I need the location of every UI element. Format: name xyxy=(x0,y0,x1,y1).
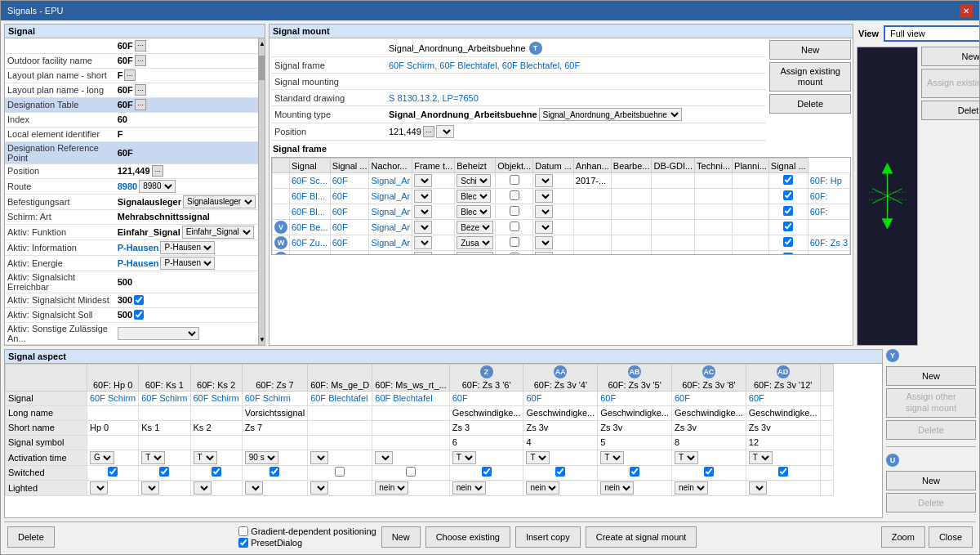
mount-new-button[interactable]: New xyxy=(769,40,851,60)
frame-nachor-1[interactable] xyxy=(414,174,432,187)
act-time-4[interactable]: 90 s xyxy=(245,451,278,464)
frame-obj-3[interactable] xyxy=(535,205,553,218)
mount-view-delete-button[interactable]: Delete xyxy=(921,101,979,120)
frame-nachor-5[interactable] xyxy=(414,236,432,249)
preset-checkbox[interactable] xyxy=(238,538,248,548)
frame-planni-5[interactable] xyxy=(783,237,793,247)
switched-8[interactable] xyxy=(555,467,565,477)
frame-check-2[interactable] xyxy=(510,190,519,200)
frame-planni-1[interactable] xyxy=(783,175,793,185)
frame-obj-1[interactable] xyxy=(535,174,553,187)
befest-dropdown[interactable]: Signalausleger xyxy=(183,195,256,208)
mount-view-assign-button[interactable]: Assign existing mount xyxy=(921,69,979,98)
mindest-checkbox[interactable] xyxy=(134,295,144,305)
mounting-type-dropdown[interactable]: Signal_Anordnung_Arbeitsbuehne xyxy=(539,108,682,121)
mount-position-dropdown[interactable] xyxy=(436,125,454,138)
insert-copy-button[interactable]: Insert copy xyxy=(515,526,581,548)
lighted-9[interactable]: nein xyxy=(600,481,634,495)
mount-delete-button[interactable]: Delete xyxy=(769,94,851,114)
mount-view-new-button[interactable]: New xyxy=(921,47,979,66)
act-time-5[interactable] xyxy=(310,451,328,464)
frame-planni-4[interactable] xyxy=(783,222,793,231)
frame-check-3[interactable] xyxy=(510,206,519,216)
soll-checkbox[interactable] xyxy=(134,310,144,320)
frame-type-1[interactable]: Schi xyxy=(457,174,491,187)
aspect-table-wrap[interactable]: 60F: Hp 0 60F: Ks 1 60F: Ks 2 60F: Zs 7 … xyxy=(5,364,882,518)
frame-type-6[interactable]: Zusa xyxy=(457,252,493,255)
new-aspect-button[interactable]: New xyxy=(381,526,421,548)
frame-obj-4[interactable] xyxy=(535,221,553,234)
gradient-label[interactable]: Gradient-dependent positioning xyxy=(238,526,376,536)
act-time-10[interactable]: T xyxy=(675,451,698,464)
frame-check-1[interactable] xyxy=(510,175,519,185)
frame-planni-3[interactable] xyxy=(783,206,793,216)
lighted-6[interactable]: nein xyxy=(375,481,408,495)
frame-check-5[interactable] xyxy=(510,237,519,247)
frame-type-4[interactable]: Beze xyxy=(457,221,493,234)
field-btn[interactable]: ⋯ xyxy=(135,55,146,66)
sonstige-dropdown[interactable] xyxy=(118,327,199,340)
energie-dropdown[interactable]: P-Hausen xyxy=(160,257,215,270)
act-time-6[interactable] xyxy=(375,451,393,464)
frame-planni-6[interactable] xyxy=(783,253,793,255)
lighted-8[interactable]: nein xyxy=(526,481,559,495)
field-btn[interactable]: ⋯ xyxy=(135,40,146,51)
u-delete-button[interactable]: Delete xyxy=(886,493,976,512)
preset-label[interactable]: PresetDialog xyxy=(238,538,376,548)
switched-6[interactable] xyxy=(406,467,416,477)
delete-button[interactable]: Delete xyxy=(7,526,55,548)
choose-existing-button[interactable]: Choose existing xyxy=(425,526,510,548)
switched-1[interactable] xyxy=(108,467,118,477)
act-time-2[interactable]: T xyxy=(141,451,165,464)
switched-4[interactable] xyxy=(270,467,279,477)
field-btn[interactable]: ⋯ xyxy=(135,99,146,110)
position-btn[interactable]: ⋯ xyxy=(152,165,163,177)
y-delete-button[interactable]: Delete xyxy=(886,420,976,440)
act-time-9[interactable]: T xyxy=(600,451,624,464)
act-time-11[interactable]: T xyxy=(749,451,773,464)
info-dropdown[interactable]: P-Hausen xyxy=(160,241,215,254)
switched-2[interactable] xyxy=(159,467,169,477)
frame-obj-5[interactable] xyxy=(535,236,553,249)
y-new-button[interactable]: New xyxy=(886,366,976,386)
route-dropdown[interactable]: 8980 xyxy=(139,180,176,193)
act-time-3[interactable]: T xyxy=(194,451,217,464)
lighted-7[interactable]: nein xyxy=(452,481,486,495)
field-btn[interactable]: ⋯ xyxy=(135,84,146,96)
close-button[interactable]: Close xyxy=(929,526,973,548)
frame-nachor-4[interactable] xyxy=(414,221,432,234)
mount-assign-button[interactable]: Assign existing mount xyxy=(769,62,851,92)
frame-nachor-3[interactable] xyxy=(414,205,432,218)
switched-5[interactable] xyxy=(335,467,345,477)
lighted-1[interactable] xyxy=(90,481,108,495)
create-at-mount-button[interactable]: Create at signal mount xyxy=(586,526,697,548)
frame-planni-2[interactable] xyxy=(783,190,793,200)
gradient-checkbox[interactable] xyxy=(238,526,248,536)
lighted-11[interactable] xyxy=(749,481,767,495)
switched-11[interactable] xyxy=(778,467,788,477)
lighted-4[interactable] xyxy=(245,481,263,495)
lighted-5[interactable] xyxy=(310,481,328,495)
frame-nachor-2[interactable] xyxy=(414,190,432,203)
act-time-7[interactable]: T xyxy=(452,451,476,464)
frame-type-2[interactable]: Blec xyxy=(457,190,491,203)
frame-obj-2[interactable] xyxy=(535,190,553,203)
switched-9[interactable] xyxy=(630,467,639,477)
view-dropdown[interactable]: Full view Top view Side view xyxy=(884,25,979,42)
frame-check-6[interactable] xyxy=(510,253,519,255)
frame-type-5[interactable]: Zusa xyxy=(457,236,493,249)
act-time-8[interactable]: T xyxy=(526,451,550,464)
frame-type-3[interactable]: Blec xyxy=(457,205,491,218)
funktion-dropdown[interactable]: Einfahr_Signal xyxy=(182,226,254,239)
frame-obj-6[interactable] xyxy=(535,252,553,255)
u-new-button[interactable]: New xyxy=(886,471,976,490)
close-window-button[interactable]: ✕ xyxy=(960,4,973,17)
switched-3[interactable] xyxy=(212,467,221,477)
act-time-1[interactable]: G xyxy=(90,451,114,464)
lighted-10[interactable]: nein xyxy=(675,481,708,495)
frame-check-4[interactable] xyxy=(510,222,519,231)
mount-position-btn[interactable]: ⋯ xyxy=(423,126,434,137)
frame-nachor-6[interactable] xyxy=(414,252,432,255)
zoom-button[interactable]: Zoom xyxy=(881,526,925,548)
field-btn[interactable]: ⋯ xyxy=(124,69,136,81)
